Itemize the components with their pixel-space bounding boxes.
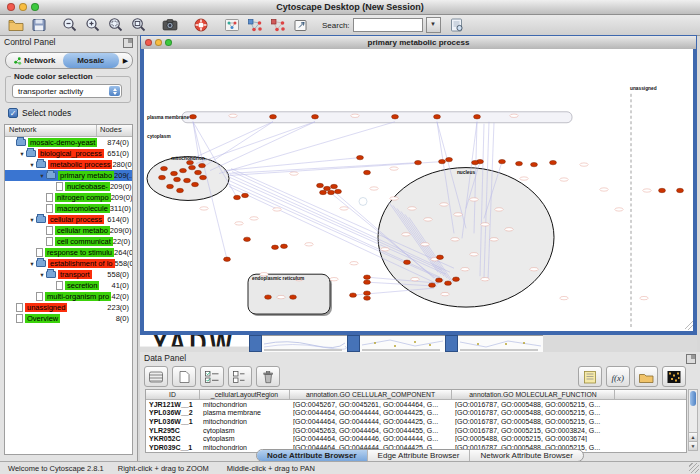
table-scrollbar[interactable]: ▲ ▼ (688, 389, 698, 451)
dp-notes-button[interactable] (578, 366, 602, 387)
background-window-edge[interactable] (445, 335, 458, 352)
network-node[interactable] (320, 190, 327, 194)
dp-table-button[interactable] (144, 366, 168, 387)
tree-row[interactable]: macromolecule311(0) (5, 203, 132, 214)
network-node[interactable] (242, 193, 249, 197)
expand-arrow-icon[interactable]: ▼ (38, 272, 46, 278)
expand-arrow-icon[interactable]: ▼ (28, 162, 36, 168)
tree-row[interactable]: nucleobase-209(0) (5, 181, 132, 192)
tree-row[interactable]: ▼metabolic process280(0) (5, 159, 132, 170)
dp-matrix-button[interactable] (662, 366, 686, 387)
float-panel-icon[interactable] (686, 354, 696, 364)
tree-row[interactable]: cellular metabo209(0) (5, 225, 132, 236)
network-graph[interactable]: plasma membranemitochondrionnucleusendop… (144, 49, 693, 331)
network-node[interactable] (446, 157, 453, 161)
network-node[interactable] (177, 188, 184, 192)
network-node[interactable] (404, 260, 411, 264)
expand-arrow-icon[interactable]: ▼ (28, 261, 36, 267)
help-button[interactable] (191, 16, 211, 34)
network-edge[interactable] (226, 163, 418, 174)
tree-col-network[interactable]: Network (5, 125, 97, 136)
network-node[interactable] (244, 237, 251, 241)
network-node[interactable] (429, 283, 436, 287)
network-node[interactable] (174, 177, 181, 181)
maximize-button[interactable] (31, 3, 39, 11)
network-node[interactable] (364, 280, 371, 284)
save-session-button[interactable] (29, 16, 49, 34)
network-node[interactable] (364, 275, 371, 279)
tab-node-attribute-browser[interactable]: Node Attribute Browser (257, 450, 367, 461)
node-color-dropdown[interactable]: transporter activity (12, 84, 122, 98)
network-edge[interactable] (224, 158, 360, 171)
dp-select-attrs-button[interactable] (200, 366, 224, 387)
background-window-thumbnail[interactable] (458, 335, 543, 352)
network-edge[interactable] (228, 162, 442, 176)
compartment-nucleus[interactable] (378, 168, 554, 308)
tree-row[interactable]: ▼primary metabo209(... (5, 170, 132, 181)
tree-row[interactable]: secretion41(0) (5, 280, 132, 291)
column-header[interactable]: ID (146, 390, 200, 400)
tab-mosaic[interactable]: Mosaic (63, 53, 120, 68)
table-row[interactable]: YJR121W__1mitochondrion[GO:0045267, GO:0… (146, 400, 686, 409)
network-node[interactable] (445, 281, 452, 285)
network-canvas[interactable]: plasma membranemitochondrionnucleusendop… (144, 49, 693, 331)
close-button[interactable] (7, 3, 15, 11)
tree-row[interactable]: multi-organism pro42(0) (5, 291, 132, 302)
network-node[interactable] (187, 160, 194, 164)
expand-arrow-icon[interactable]: ▼ (38, 173, 46, 179)
close-button[interactable] (145, 39, 152, 46)
network-node[interactable] (192, 182, 199, 186)
tree-row[interactable]: ▼transport558(0) (5, 269, 132, 280)
tree-row[interactable]: ▼cellular process614(0) (5, 214, 132, 225)
tab-overflow-icon[interactable]: ▶ (119, 53, 132, 68)
network-node[interactable] (659, 188, 666, 192)
zoom-fit-button[interactable] (129, 16, 149, 34)
network-node[interactable] (499, 159, 506, 163)
tree-col-nodes[interactable]: Nodes (97, 125, 132, 136)
network-node[interactable] (516, 161, 523, 165)
search-dropdown-icon[interactable]: ▼ (426, 17, 441, 33)
canvas-resize-grip-icon[interactable] (685, 321, 693, 330)
tree-row[interactable]: cell communicat22(0) (5, 236, 132, 247)
network-node[interactable] (677, 188, 684, 192)
dp-unselect-attrs-button[interactable] (228, 366, 252, 387)
expand-arrow-icon[interactable]: ▼ (18, 151, 26, 157)
tree-row[interactable]: nitrogen compo209(0) (5, 192, 132, 203)
background-window-glyphs[interactable]: YADW (140, 335, 249, 347)
network-node[interactable] (312, 115, 319, 119)
network-node[interactable] (159, 175, 166, 179)
select-nodes-checkbox[interactable]: ✓ (8, 108, 18, 118)
network-node[interactable] (436, 278, 443, 282)
annotation-button[interactable] (291, 16, 311, 34)
manage-networks-button[interactable] (222, 16, 242, 34)
column-header[interactable]: _cellularLayoutRegion (200, 390, 290, 400)
network-node[interactable] (224, 257, 231, 261)
network-node[interactable] (189, 165, 196, 169)
background-window-thumbnail[interactable] (360, 335, 445, 352)
tree-row[interactable]: Overview8(0) (5, 313, 132, 324)
network-node[interactable] (161, 166, 168, 170)
network-node[interactable] (331, 184, 338, 188)
background-window-edge[interactable] (249, 335, 262, 352)
network-node[interactable] (290, 295, 297, 299)
minimize-button[interactable] (19, 3, 27, 11)
search-input[interactable] (353, 18, 423, 32)
background-window-edge[interactable] (347, 335, 360, 352)
network-node[interactable] (357, 155, 364, 159)
network-node[interactable] (281, 244, 288, 248)
network-node[interactable] (364, 291, 371, 295)
table-row[interactable]: YPL036W__1mitochondrion[GO:0044464, GO:0… (146, 417, 686, 426)
background-window-thumbnail[interactable] (262, 335, 347, 352)
network-node[interactable] (200, 175, 207, 179)
minimize-button[interactable] (155, 39, 162, 46)
network-node[interactable] (392, 115, 399, 119)
scrollbar-thumb[interactable] (690, 391, 696, 406)
snapshot-button[interactable] (160, 16, 180, 34)
network-node[interactable] (434, 115, 441, 119)
column-header[interactable]: annotation.GO CELLULAR_COMPONENT (290, 390, 452, 400)
open-file-button[interactable] (6, 16, 26, 34)
network-node[interactable] (453, 277, 460, 281)
network-node[interactable] (270, 115, 277, 119)
network-node[interactable] (324, 186, 331, 190)
dp-trash-button[interactable] (256, 366, 280, 387)
